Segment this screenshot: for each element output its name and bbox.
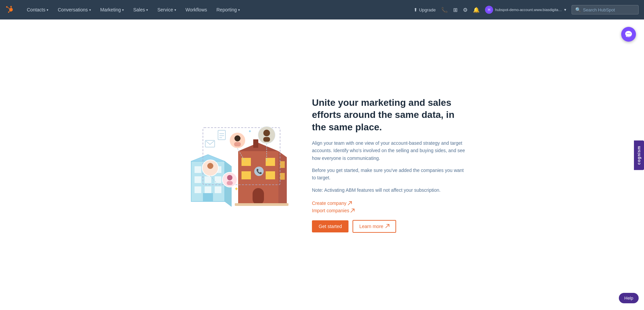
svg-point-0 — [10, 9, 12, 11]
cognism-tab-label[interactable]: cognism — [634, 140, 644, 170]
svg-point-53 — [627, 33, 628, 34]
nav-contacts[interactable]: Contacts ▾ — [23, 4, 52, 15]
abm-illustration: 📞 ✦ ✦ — [178, 118, 292, 212]
svg-rect-46 — [218, 130, 225, 140]
buttons-section: Get started Learn more — [312, 220, 466, 233]
note-text: Note: Activating ABM features will not a… — [312, 186, 466, 194]
create-company-link[interactable]: Create company — [312, 201, 466, 206]
chevron-down-icon: ▾ — [89, 8, 91, 12]
cognism-sidebar[interactable]: cognism — [634, 140, 644, 170]
svg-point-35 — [207, 163, 213, 169]
notifications-icon[interactable]: 🔔 — [473, 7, 480, 13]
svg-rect-25 — [235, 203, 288, 206]
avatar: H — [485, 6, 493, 14]
svg-text:✦: ✦ — [234, 186, 238, 192]
external-link-icon — [385, 224, 389, 229]
grid-icon[interactable]: ⊞ — [453, 7, 458, 13]
description-2: Before you get started, make sure you've… — [312, 167, 466, 182]
search-icon: 🔍 — [575, 7, 581, 12]
chevron-down-icon: ▾ — [174, 8, 176, 12]
svg-point-32 — [234, 135, 240, 141]
search-input[interactable] — [583, 7, 635, 12]
svg-rect-20 — [266, 171, 275, 179]
nav-sales[interactable]: Sales ▾ — [129, 4, 152, 15]
svg-rect-18 — [266, 158, 275, 166]
svg-rect-11 — [215, 186, 221, 193]
settings-icon[interactable]: ⚙ — [463, 7, 468, 13]
nav-reporting[interactable]: Reporting ▾ — [212, 4, 244, 15]
links-section: Create company Import companies — [312, 201, 466, 213]
account-badge[interactable]: H hubspot-demo-account.www.biasdigital.c… — [485, 6, 566, 14]
svg-rect-3 — [195, 166, 201, 173]
svg-rect-12 — [203, 193, 213, 202]
external-link-icon — [351, 209, 355, 213]
chevron-down-icon: ▾ — [564, 7, 566, 12]
import-companies-link[interactable]: Import companies — [312, 208, 466, 213]
svg-point-38 — [227, 175, 232, 180]
get-started-button[interactable]: Get started — [312, 220, 348, 232]
svg-rect-24 — [280, 173, 285, 180]
svg-point-54 — [628, 33, 629, 34]
svg-rect-17 — [241, 158, 251, 166]
svg-rect-23 — [280, 161, 285, 168]
svg-text:✦: ✦ — [248, 129, 252, 134]
nav-items: Contacts ▾ Conversations ▾ Marketing ▾ S… — [23, 4, 414, 15]
svg-rect-6 — [195, 176, 201, 183]
hubspot-logo[interactable] — [5, 5, 15, 14]
svg-rect-39 — [227, 181, 233, 185]
svg-rect-16 — [253, 139, 258, 148]
search-box[interactable]: 🔍 — [572, 5, 639, 14]
svg-point-29 — [263, 130, 270, 136]
svg-point-55 — [630, 33, 630, 34]
upgrade-button[interactable]: ⬆ Upgrade — [414, 7, 436, 12]
chevron-down-icon: ▾ — [146, 8, 148, 12]
external-link-icon — [348, 201, 352, 205]
chevron-down-icon: ▾ — [47, 8, 48, 12]
page-headline: Unite your marketing and sales efforts a… — [312, 97, 466, 133]
description-1: Align your team with one view of your ac… — [312, 139, 466, 162]
svg-rect-10 — [205, 186, 211, 193]
nav-service[interactable]: Service ▾ — [153, 4, 180, 15]
phone-icon[interactable]: 📞 — [441, 7, 448, 13]
content-wrapper: 📞 ✦ ✦ Unite your marketin — [178, 97, 466, 233]
nav-right: ⬆ Upgrade 📞 ⊞ ⚙ 🔔 H hubspot-demo-account… — [414, 5, 639, 14]
svg-rect-21 — [253, 188, 264, 205]
help-button[interactable]: Help — [619, 293, 639, 303]
svg-rect-36 — [207, 170, 214, 174]
svg-rect-9 — [195, 186, 201, 193]
svg-rect-33 — [234, 142, 241, 146]
svg-text:📞: 📞 — [256, 169, 262, 174]
svg-rect-19 — [241, 171, 251, 179]
chevron-down-icon: ▾ — [122, 8, 124, 12]
nav-marketing[interactable]: Marketing ▾ — [96, 4, 128, 15]
chatbot-bubble[interactable] — [621, 27, 636, 42]
top-navigation: Contacts ▾ Conversations ▾ Marketing ▾ S… — [0, 0, 644, 19]
main-content: 📞 ✦ ✦ Unite your marketin — [0, 19, 644, 310]
text-content: Unite your marketing and sales efforts a… — [312, 97, 466, 233]
nav-workflows[interactable]: Workflows — [181, 4, 211, 15]
svg-rect-7 — [205, 176, 211, 183]
learn-more-button[interactable]: Learn more — [353, 220, 396, 233]
nav-conversations[interactable]: Conversations ▾ — [54, 4, 95, 15]
svg-rect-30 — [263, 137, 270, 142]
chevron-down-icon: ▾ — [238, 8, 240, 12]
